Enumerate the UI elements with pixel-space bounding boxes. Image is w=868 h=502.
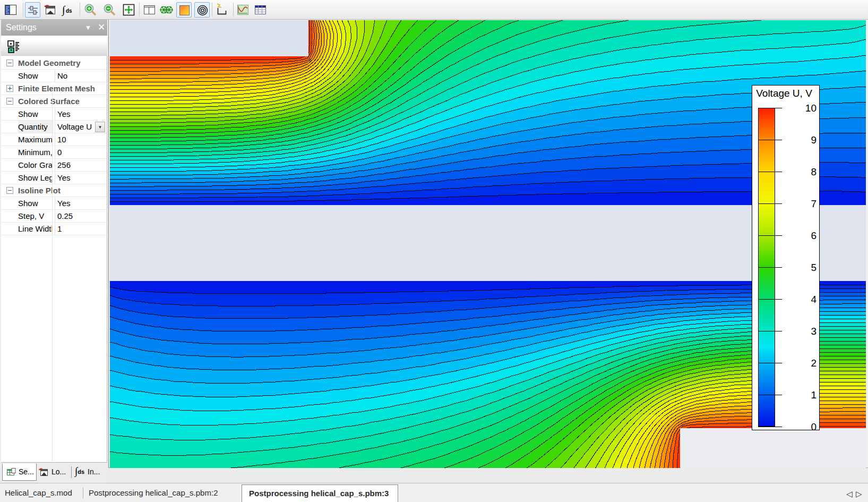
svg-text:∫: ∫ — [61, 4, 66, 16]
svg-text:ds: ds — [66, 8, 72, 14]
